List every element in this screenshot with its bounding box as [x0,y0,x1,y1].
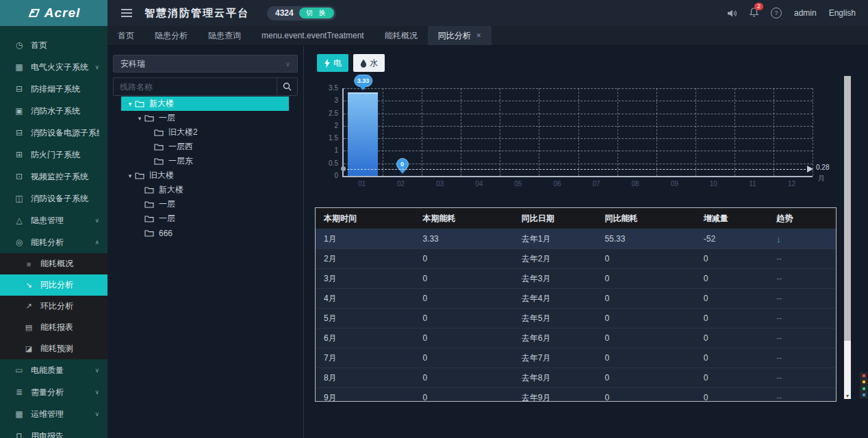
bar-01[interactable] [348,92,378,176]
search-button[interactable] [277,77,298,96]
table-cell: 去年3月 [513,269,597,289]
tree-node-label: 一层 [159,213,175,224]
sidebar-item[interactable]: ▭电能质量∨ [0,359,107,381]
folder-icon [154,143,164,151]
sidebar-item-label: 运维管理 [31,409,92,420]
tab-2[interactable]: 隐患分析 [144,26,198,45]
sidebar-subitem-label: 环比分析 [40,300,73,312]
y-tick-label: 0 [334,172,338,179]
gridline [344,138,813,139]
tree-node[interactable]: ▾一层 [121,111,289,125]
chevron-down-icon: ∨ [94,367,99,374]
table-row[interactable]: 3月0去年3月00-- [316,269,836,289]
tab-3[interactable]: 隐患查询 [198,26,251,45]
notifications[interactable]: 2 [750,8,758,19]
table-row[interactable]: 8月0去年8月00-- [316,368,836,388]
caret-down-icon[interactable]: ▾ [125,172,135,179]
sidebar-item[interactable]: ◫消防设备子系统 [0,188,107,209]
trend-cell: -- [768,388,836,402]
scrollbar-thumb[interactable] [844,76,851,341]
scrollbar[interactable]: ▾ [844,76,851,399]
table-header-cell: 本期能耗 [414,208,513,229]
sidebar-subitem[interactable]: ◪能耗预测 [0,338,107,359]
table-cell: 0 [414,269,513,289]
sidebar-item[interactable]: ⊡视频监控子系统 [0,166,107,188]
table-row[interactable]: 9月0去年9月00-- [316,388,836,402]
scrollbar-down-arrow[interactable]: ▾ [844,393,851,399]
table-row[interactable]: 2月0去年2月00-- [316,249,836,269]
water-toggle-button[interactable]: 水 [353,54,385,72]
speaker-icon[interactable] [727,9,737,18]
sidebar-item[interactable]: ⊞防火门子系统 [0,144,107,166]
sidebar-subitem[interactable]: ↘同比分析 [0,274,107,296]
help-icon[interactable]: ? [771,8,782,18]
sidebar-item[interactable]: ▣消防水子系统 [0,100,107,122]
switch-button[interactable]: 切 换 [299,8,335,18]
sidebar-subitem[interactable]: ▤能耗报表 [0,317,107,338]
table-row[interactable]: 1月3.33去年1月55.33-52↓ [316,229,836,249]
table-row[interactable]: 5月0去年5月00-- [316,309,836,328]
table-row[interactable]: 7月0去年7月00-- [316,348,836,368]
table-header-cell: 趋势 [768,208,836,229]
tab-6[interactable]: 同比分析× [428,26,492,45]
sidebar-item[interactable]: ◎能耗分析∧ [0,231,107,253]
table-cell: 0 [596,328,695,348]
sidebar-item-label: 电气火灾子系统 [31,62,92,73]
table-cell: 0 [414,388,513,402]
demand-icon: ≣ [14,387,25,397]
sidebar-item[interactable]: ⊓用电报告 [0,425,107,438]
sidebar-subitem[interactable]: ↗环比分析 [0,296,107,317]
sidebar-item-label: 能耗分析 [31,237,92,248]
sidebar-item-label: 需量分析 [31,387,92,398]
language-switch[interactable]: English [829,8,856,18]
tree-node[interactable]: 666 [121,226,289,240]
gridline [774,88,774,176]
table-row[interactable]: 6月0去年6月00-- [316,328,836,348]
tab-1[interactable]: 首页 [107,26,144,45]
tree-node-label: 新大楼 [159,184,183,196]
tree-node-label: 新大楼 [149,98,174,110]
caret-down-icon[interactable]: ▾ [135,115,144,122]
gridline [500,88,500,176]
table-cell: 去年1月 [513,229,597,249]
table-row[interactable]: 4月0去年4月00-- [316,289,836,309]
tree-node[interactable]: ▾新大楼 [121,96,289,111]
sidebar-item[interactable]: ◷首页 [0,34,107,56]
table-cell: 4月 [316,289,414,309]
tree-node[interactable]: 旧大楼2 [121,125,289,140]
tree-node[interactable]: 一层西 [121,140,289,154]
close-icon[interactable]: × [476,31,481,40]
sidebar-item[interactable]: ⊟防排烟子系统 [0,78,107,100]
gridline [422,88,422,176]
tab-4[interactable]: menu.event.eventTreatment [251,26,374,45]
gridline [617,88,618,176]
chevron-down-icon: ∨ [94,217,99,224]
average-start-dot [341,166,346,171]
sidebar-item[interactable]: ⊟消防设备电源子系统 [0,122,107,144]
tree-node[interactable]: 一层 [121,211,289,226]
main-content: 安科瑞 ∨ ▾新大楼▾一层旧大楼2一层西一层东▾旧大楼新大楼一层一层666 [107,46,868,438]
tab-5[interactable]: 能耗概况 [374,26,428,45]
table-header-row: 本期时间本期能耗同比日期同比能耗增减量趋势 [316,208,836,229]
bar-chart-icon: ▦ [14,62,25,72]
device-icon: ◫ [14,194,25,203]
tree-node[interactable]: 一层东 [121,154,289,168]
sidebar-subitem[interactable]: ≡能耗概况 [0,253,107,274]
user-menu[interactable]: admin [794,8,817,18]
tree-node[interactable]: ▾旧大楼 [121,168,289,183]
search-input[interactable] [113,77,277,96]
org-select[interactable]: 安科瑞 ∨ [113,55,298,73]
gridline [344,88,813,89]
tree-node[interactable]: 新大楼 [121,183,289,197]
sidebar-item[interactable]: ▦电气火灾子系统∨ [0,56,107,78]
sidebar-item[interactable]: ≣需量分析∨ [0,381,107,403]
sidebar-item[interactable]: △隐患管理∨ [0,209,107,231]
sidebar-item[interactable]: ▦运维管理∨ [0,403,107,425]
search-icon [283,82,292,91]
menu-fold-icon[interactable] [121,9,132,17]
caret-down-icon[interactable]: ▾ [125,101,135,107]
folder-icon [144,215,155,223]
tree-node[interactable]: 一层 [121,197,289,211]
play-square-icon: ▣ [14,106,25,116]
electric-toggle-button[interactable]: 电 [317,54,348,72]
